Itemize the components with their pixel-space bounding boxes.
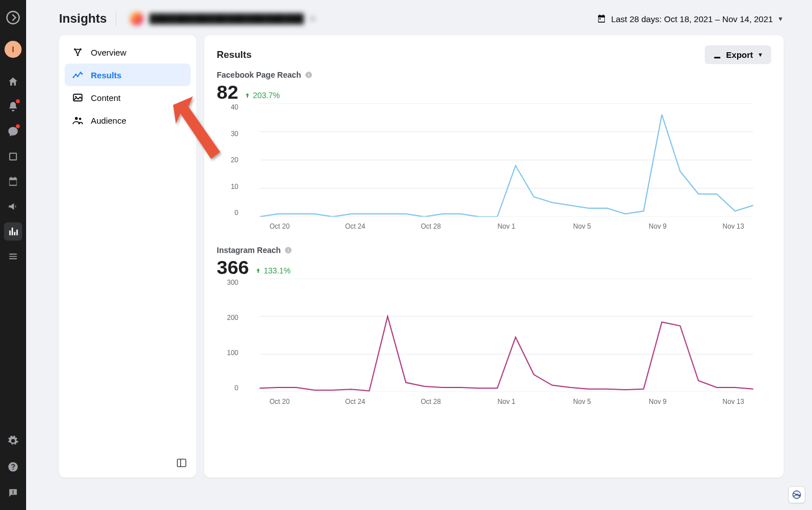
metric-title-text: Instagram Reach	[217, 246, 281, 255]
notification-dot	[16, 124, 20, 128]
metric-delta: 203.7%	[244, 91, 280, 100]
arrow-up-icon	[255, 267, 262, 274]
help-icon[interactable]	[4, 458, 22, 476]
metric-title-text: Facebook Page Reach	[217, 70, 301, 79]
chart-instagram-reach: 3002001000 Oct 20Oct 24Oct 28Nov 1Nov 5N…	[217, 279, 771, 406]
app-logo[interactable]	[5, 9, 22, 26]
chevron-down-icon: ▼	[309, 15, 315, 22]
sidebar-item-audience[interactable]: Audience	[65, 109, 191, 132]
report-icon[interactable]	[4, 484, 22, 502]
chart-facebook-reach: 403020100 Oct 20Oct 24Oct 28Nov 1Nov 5No…	[217, 103, 771, 230]
svg-point-0	[7, 11, 19, 24]
divider	[116, 11, 116, 26]
settings-icon[interactable]	[4, 432, 22, 450]
sidebar-item-label: Results	[91, 70, 121, 80]
home-icon[interactable]	[4, 73, 22, 91]
svg-point-1	[74, 48, 75, 50]
svg-point-5	[75, 74, 77, 75]
sidebar-item-label: Overview	[91, 48, 127, 57]
audience-icon	[71, 115, 84, 126]
global-rail: I	[0, 0, 26, 510]
globe-icon	[792, 490, 802, 500]
chevron-down-icon: ▼	[758, 52, 763, 58]
svg-rect-23	[288, 250, 288, 252]
download-icon	[713, 50, 722, 60]
topbar: Insights ████████████████████████ ▼ Last…	[59, 2, 784, 35]
svg-point-12	[79, 117, 81, 120]
svg-point-8	[81, 73, 83, 75]
metric-delta: 133.1%	[255, 266, 291, 275]
sidebar-item-results[interactable]: Results	[65, 64, 191, 86]
arrow-up-icon	[244, 92, 251, 99]
account-avatar	[130, 12, 144, 26]
export-button[interactable]: Export ▼	[705, 45, 771, 64]
stories-icon[interactable]	[4, 147, 22, 166]
date-range-label: Last 28 days: Oct 18, 2021 – Nov 14, 202…	[611, 14, 773, 24]
account-selector[interactable]: ████████████████████████ ▼	[125, 11, 320, 27]
svg-rect-24	[288, 248, 288, 249]
svg-rect-15	[308, 74, 309, 77]
menu-icon[interactable]	[4, 247, 22, 265]
account-name: ████████████████████████	[149, 14, 304, 24]
metric-facebook-reach: Facebook Page Reach 82 203.7% 403020100	[217, 70, 771, 230]
sidebar-item-label: Audience	[91, 116, 127, 125]
sidebar-item-content[interactable]: Content	[65, 86, 191, 109]
info-icon[interactable]	[305, 71, 313, 79]
export-label: Export	[726, 50, 754, 60]
svg-point-6	[77, 75, 79, 77]
insights-sidebar: Overview Results Content Audience	[59, 35, 196, 478]
chevron-down-icon: ▼	[777, 15, 784, 22]
panel-title: Results	[217, 49, 251, 61]
metric-value: 82	[217, 81, 238, 103]
collapse-sidebar-button[interactable]	[176, 457, 187, 471]
svg-point-3	[77, 54, 78, 56]
metric-value: 366	[217, 256, 249, 279]
calendar-icon[interactable]	[4, 172, 22, 191]
insights-icon[interactable]	[4, 222, 22, 241]
results-panel: Results Export ▼ Facebook Page Reach 82	[204, 35, 784, 478]
svg-point-4	[73, 77, 74, 78]
content-icon	[71, 92, 84, 103]
date-range-picker[interactable]: Last 28 days: Oct 18, 2021 – Nov 14, 202…	[596, 14, 784, 24]
notification-dot	[16, 99, 20, 103]
svg-point-2	[79, 48, 81, 50]
ads-icon[interactable]	[4, 197, 22, 216]
svg-point-11	[75, 117, 78, 120]
metric-instagram-reach: Instagram Reach 366 133.1% 3002001000	[217, 245, 771, 406]
sidebar-item-overview[interactable]: Overview	[65, 41, 191, 64]
svg-point-7	[80, 72, 82, 74]
info-icon[interactable]	[284, 246, 292, 254]
overview-icon	[71, 47, 84, 58]
calendar-icon	[596, 14, 607, 24]
svg-rect-16	[308, 73, 309, 74]
results-icon	[71, 69, 84, 81]
svg-rect-13	[178, 459, 186, 466]
sidebar-item-label: Content	[91, 93, 121, 103]
page-title: Insights	[59, 11, 107, 26]
globe-button[interactable]	[788, 486, 805, 503]
user-avatar[interactable]: I	[5, 41, 22, 58]
